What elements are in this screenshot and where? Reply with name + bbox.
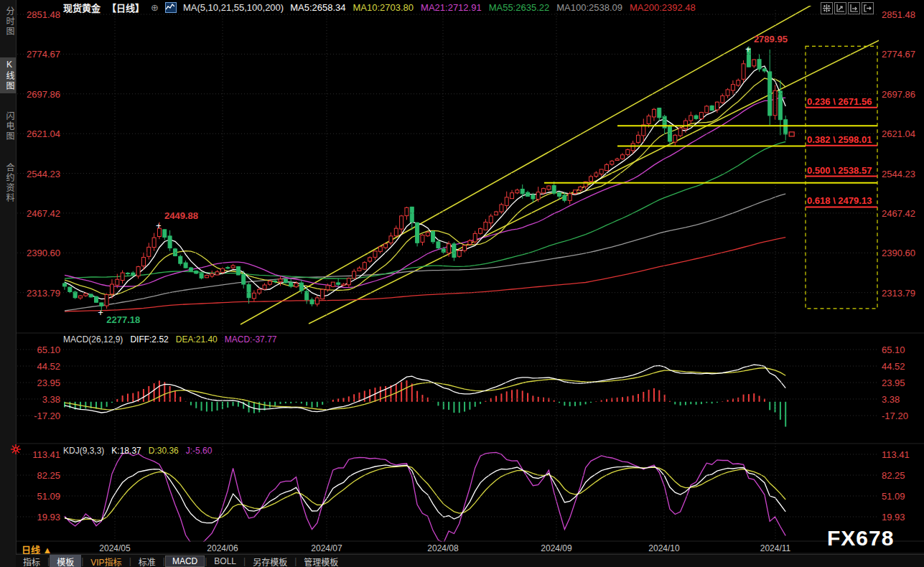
y-axis-scale-icon[interactable] xyxy=(834,2,846,14)
indicator-toolbar: 指标|模板|VIP指标|标准|MACD|BOLL|另存模板|管理模板 xyxy=(16,554,924,567)
toolbar-item-3[interactable]: VIP指标 xyxy=(83,555,129,567)
axis-tick: 65.10 xyxy=(19,345,60,355)
axis-tick: -17.20 xyxy=(19,411,60,421)
macd-title: MACD(26,12,9) xyxy=(63,334,123,345)
toolbar-item-4[interactable]: 标准 xyxy=(131,555,163,567)
axis-tick: 44.52 xyxy=(19,361,60,372)
toolbar-item-8[interactable]: 管理模板 xyxy=(297,555,345,567)
ma-settings-label: MA(5,10,21,55,100,200) xyxy=(183,2,284,13)
toolbar-item-1[interactable]: 指标 xyxy=(16,555,47,567)
axis-tick: 23.95 xyxy=(19,378,60,388)
x-axis-label: 2024/07 xyxy=(311,543,342,553)
macd-dea-value: DEA:21.40 xyxy=(176,334,218,345)
kdj-title: KDJ(9,3,3) xyxy=(63,446,104,456)
axis-tick: 113.41 xyxy=(882,449,910,460)
axis-tick: 2697.86 xyxy=(882,89,915,100)
macd-diff-value: DIFF:2.52 xyxy=(130,334,168,345)
axis-tick: 2851.48 xyxy=(19,9,60,20)
x-axis-label: 2024/05 xyxy=(99,543,130,553)
ma-values: MA5:2658.34MA10:2703.80MA21:2712.91MA55:… xyxy=(290,2,696,13)
toolbar-item-7[interactable]: 另存模板 xyxy=(246,555,294,567)
macd-value: MACD:-37.77 xyxy=(225,334,277,345)
fib-level-label: 0.236 \ 2671.56 xyxy=(807,96,872,107)
axis-tick: 2621.04 xyxy=(19,128,60,139)
sidebar-item-2[interactable]: K线图 xyxy=(0,57,16,93)
axis-tick: 82.25 xyxy=(19,470,60,481)
x-axis-label: 2024/08 xyxy=(427,543,458,553)
expand-icon[interactable]: ⊕ xyxy=(151,2,159,13)
extreme-marker-icon: + xyxy=(98,307,103,318)
ma-value-6: MA200:2392.48 xyxy=(630,2,696,13)
axis-tick: 2467.42 xyxy=(19,208,60,219)
axis-tick: 2467.42 xyxy=(882,208,915,219)
chart-toolbar-icons xyxy=(821,2,874,14)
chart-type-sidebar: 分时图K线图闪电图合约资料 xyxy=(0,0,17,567)
legend-bar: 现货黄金 【日线】 ⊕ MA(5,10,21,55,100,200) MA5:2… xyxy=(63,1,696,14)
x-axis-label: 2024/09 xyxy=(541,543,571,553)
toolbar-item-5[interactable]: MACD xyxy=(165,556,205,567)
sidebar-item-1[interactable]: 分时图 xyxy=(0,4,16,39)
axis-tick: 2774.67 xyxy=(19,49,60,60)
axis-tick: 3.38 xyxy=(882,394,900,405)
axis-tick: 2621.04 xyxy=(882,128,915,139)
mini-chart-icon[interactable] xyxy=(165,2,177,13)
move-crosshair-icon[interactable] xyxy=(821,2,833,14)
x-axis-label: 2024/10 xyxy=(648,543,679,553)
axis-tick: 2313.79 xyxy=(882,288,915,299)
axis-tick: 19.93 xyxy=(19,512,60,523)
toolbar-item-6[interactable]: BOLL xyxy=(207,556,243,567)
period-tag: 【日线】 xyxy=(107,1,144,14)
axis-tick: 2544.23 xyxy=(882,169,915,179)
axis-tick: 2697.86 xyxy=(19,89,60,100)
kdj-j-value: J:-5.60 xyxy=(186,446,213,456)
axis-tick: 65.10 xyxy=(882,345,905,355)
x-axis-scale-icon[interactable] xyxy=(848,2,860,14)
kdj-panel-header: KDJ(9,3,3) K:18.37 D:30.36 J:-5.60 xyxy=(63,446,212,456)
fib-level-label: 0.382 \ 2598.01 xyxy=(807,134,872,145)
axis-tick: 2851.48 xyxy=(882,9,915,20)
axis-tick: 2390.60 xyxy=(882,248,915,258)
axis-tick: 51.09 xyxy=(19,491,60,502)
axis-tick: 3.38 xyxy=(19,394,60,405)
kdj-k-value: K:18.37 xyxy=(111,446,141,456)
sidebar-item-3[interactable]: 闪电图 xyxy=(0,109,16,144)
axis-tick: 113.41 xyxy=(19,449,60,460)
symbol-name: 现货黄金 xyxy=(63,1,101,14)
export-chart-icon[interactable] xyxy=(862,2,874,14)
ma-value-2: MA10:2703.80 xyxy=(353,2,414,13)
price-annotation: 2449.88 xyxy=(164,210,198,221)
axis-tick: 51.09 xyxy=(882,491,905,502)
axis-tick: 23.95 xyxy=(882,378,905,388)
candlestick-chart[interactable]: +2449.88+2277.18+2789.95 xyxy=(0,0,924,567)
axis-tick: 2390.60 xyxy=(19,248,60,258)
fib-level-label: 0.618 \ 2479.13 xyxy=(807,195,872,206)
sidebar-item-4[interactable]: 合约资料 xyxy=(0,161,16,205)
axis-tick: -17.20 xyxy=(882,411,908,421)
kdj-d-value: D:30.36 xyxy=(149,446,179,456)
ma-value-1: MA5:2658.34 xyxy=(290,2,345,13)
axis-tick: 2544.23 xyxy=(19,169,60,179)
chart-application: +2449.88+2277.18+2789.95 分时图K线图闪电图合约资料 现… xyxy=(0,0,924,567)
price-annotation: 2789.95 xyxy=(754,34,788,44)
ma-value-4: MA55:2635.22 xyxy=(489,2,550,13)
axis-tick: 2313.79 xyxy=(19,288,60,299)
extreme-marker-icon: + xyxy=(745,44,751,55)
toolbar-item-2[interactable]: 模板 xyxy=(50,555,81,567)
axis-tick: 2774.67 xyxy=(882,49,915,60)
axis-tick: 44.52 xyxy=(882,361,905,372)
extreme-marker-icon: + xyxy=(156,220,162,231)
x-axis-label: 2024/11 xyxy=(760,543,791,553)
macd-panel-header: MACD(26,12,9) DIFF:2.52 DEA:21.40 MACD:-… xyxy=(63,334,276,345)
axis-tick: 82.25 xyxy=(882,470,905,481)
ma-value-5: MA100:2538.09 xyxy=(556,2,622,13)
price-annotation: 2277.18 xyxy=(106,314,140,325)
watermark: FX678 xyxy=(827,526,894,550)
axis-tick: 19.93 xyxy=(882,512,905,523)
fib-level-label: 0.500 \ 2538.57 xyxy=(807,165,872,176)
ma-value-3: MA21:2712.91 xyxy=(421,2,482,13)
x-axis-label: 2024/06 xyxy=(207,543,238,553)
